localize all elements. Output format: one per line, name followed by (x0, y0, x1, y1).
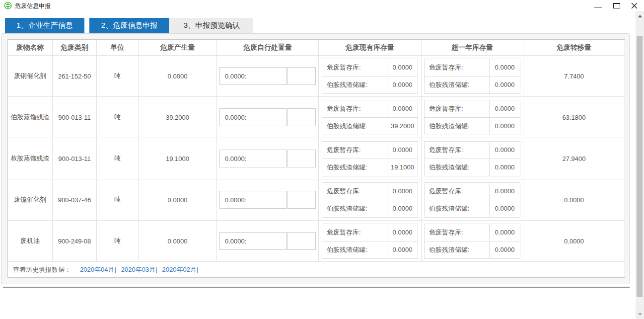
scrollbar-thumb[interactable] (637, 36, 643, 297)
scroll-up-icon (638, 15, 642, 17)
stock-value: 0.0000 (489, 77, 520, 93)
stock-label: 危废暂存库: (425, 59, 489, 76)
over-year-stock-temp-store: 危废暂存库: 0.0000 (424, 182, 520, 200)
column-header: 单位 (97, 40, 139, 55)
column-header: 危废现有库存量 (319, 40, 422, 55)
stock-label: 危废暂存库: (425, 142, 489, 159)
table-footer: 查看历史填报数据： 2020年04月|2020年03月|2020年02月| (8, 262, 625, 277)
current-stock-temp-store: 危废暂存库: 0.0000 (322, 182, 418, 200)
waste-category-code: 261-152-50 (58, 73, 91, 80)
column-header: 危废自行处置量 (217, 40, 319, 55)
over-year-stock-residue-tank: 伯胺残渣储罐: 0.0000 (424, 117, 520, 135)
history-link[interactable]: 2020年02月| (162, 266, 199, 273)
transferred-amount: 27.9400 (563, 155, 586, 162)
history-link[interactable]: 2020年04月| (80, 266, 116, 273)
column-header: 危废产生量 (139, 40, 217, 55)
self-disposal-value-label: 0.0000: (219, 191, 287, 209)
transferred-amount: 7.7400 (564, 73, 584, 80)
self-disposal-input[interactable] (287, 191, 316, 209)
self-disposal-input[interactable] (287, 232, 316, 250)
current-stock-cell: 危废暂存库: 0.0000 伯胺残渣储罐: 0.0000 (322, 59, 418, 94)
stock-value: 0.0000 (387, 200, 418, 217)
scroll-up-button[interactable] (636, 12, 644, 20)
history-link[interactable]: 2020年03月| (121, 266, 157, 273)
stock-label: 伯胺残渣储罐: (322, 118, 387, 135)
self-disposal-value-label: 0.0000: (219, 232, 287, 250)
waste-category-code: 900-249-08 (58, 238, 91, 245)
stock-value: 0.0000 (489, 59, 520, 76)
tab-hazardous-waste-declaration[interactable]: 2、危废信息申报 (89, 18, 169, 33)
maximize-icon (613, 3, 620, 8)
table-row: 叔胺蒸馏残渣 900-013-11 吨 19.1000 0.0000: 危废暂存… (8, 138, 625, 179)
history-label: 查看历史填报数据： (13, 265, 71, 274)
stock-value: 0.0000 (489, 183, 520, 200)
waste-category-code: 900-013-11 (58, 114, 91, 121)
tab-bar: 1、企业生产信息 2、危废信息申报 3、申报预览确认 (0, 18, 636, 33)
self-disposal-input[interactable] (287, 67, 316, 85)
stock-value: 0.0000 (387, 224, 418, 241)
over-year-stock-cell: 危废暂存库: 0.0000 伯胺残渣储罐: 0.0000 (424, 59, 520, 94)
over-year-stock-temp-store: 危废暂存库: 0.0000 (424, 141, 520, 159)
produced-amount: 0.0000 (168, 73, 188, 80)
stock-label: 危废暂存库: (425, 100, 489, 117)
maximize-button[interactable] (612, 1, 622, 10)
stock-value: 0.0000 (387, 142, 418, 159)
self-disposal-cell: 0.0000: (219, 150, 316, 167)
stock-value: 0.0000 (489, 241, 520, 258)
stock-label: 危废暂存库: (322, 183, 387, 200)
over-year-stock-residue-tank: 伯胺残渣储罐: 0.0000 (424, 76, 520, 94)
unit: 吨 (114, 154, 121, 163)
stock-label: 伯胺残渣储罐: (322, 159, 387, 176)
over-year-stock-cell: 危废暂存库: 0.0000 伯胺残渣储罐: 0.0000 (424, 224, 520, 259)
close-icon (631, 2, 638, 9)
scroll-down-button[interactable] (636, 310, 644, 318)
stock-label: 伯胺残渣储罐: (425, 200, 489, 217)
waste-name: 伯胺蒸馏残渣 (11, 113, 50, 122)
current-stock-residue-tank: 伯胺残渣储罐: 0.0000 (322, 200, 418, 218)
tab-enterprise-production-info[interactable]: 1、企业生产信息 (5, 18, 84, 33)
produced-amount: 0.0000 (168, 196, 188, 204)
self-disposal-input[interactable] (287, 108, 316, 126)
stock-value: 0.0000 (489, 142, 520, 159)
produced-amount: 19.1000 (166, 155, 189, 162)
stock-value: 0.0000 (387, 77, 418, 93)
stock-value: 0.0000 (489, 118, 520, 135)
table-row: 废铜催化剂 261-152-50 吨 0.0000 0.0000: 危废暂存库:… (8, 56, 625, 97)
unit: 吨 (114, 72, 121, 80)
green-browser-icon (4, 1, 12, 9)
unit: 吨 (114, 237, 121, 245)
stock-label: 伯胺残渣储罐: (322, 200, 387, 217)
over-year-stock-cell: 危废暂存库: 0.0000 伯胺残渣储罐: 0.0000 (424, 182, 520, 218)
column-header: 超一年库存量 (422, 40, 523, 55)
minimize-button[interactable] (593, 1, 603, 10)
transferred-amount: 0.0000 (564, 196, 584, 204)
scroll-down-icon (638, 313, 642, 316)
self-disposal-input[interactable] (287, 150, 316, 167)
tab-declaration-preview-confirm[interactable]: 3、申报预览确认 (170, 18, 253, 33)
current-stock-temp-store: 危废暂存库: 0.0000 (322, 59, 418, 77)
over-year-stock-temp-store: 危废暂存库: 0.0000 (424, 100, 520, 118)
stock-value: 39.2000 (387, 118, 418, 135)
over-year-stock-cell: 危废暂存库: 0.0000 伯胺残渣储罐: 0.0000 (424, 141, 520, 176)
current-stock-cell: 危废暂存库: 0.0000 伯胺残渣储罐: 0.0000 (322, 182, 418, 218)
vertical-scrollbar[interactable] (636, 11, 644, 319)
history-links: 2020年04月|2020年03月|2020年02月| (75, 265, 198, 274)
over-year-stock-residue-tank: 伯胺残渣储罐: 0.0000 (424, 159, 520, 176)
current-stock-temp-store: 危废暂存库: 0.0000 (322, 141, 418, 159)
self-disposal-cell: 0.0000: (219, 232, 316, 250)
close-button[interactable] (629, 1, 639, 10)
minimize-icon (594, 7, 602, 7)
unit: 吨 (114, 195, 121, 204)
stock-label: 伯胺残渣储罐: (322, 77, 387, 93)
stock-value: 0.0000 (387, 183, 418, 200)
stock-label: 危废暂存库: (322, 100, 387, 117)
over-year-stock-residue-tank: 伯胺残渣储罐: 0.0000 (424, 200, 520, 218)
transferred-amount: 0.0000 (564, 238, 584, 245)
table-row: 伯胺蒸馏残渣 900-013-11 吨 39.2000 0.0000: 危废暂存… (8, 97, 625, 138)
stock-label: 危废暂存库: (322, 59, 387, 76)
window-titlebar: 危废信息申报 (0, 0, 644, 11)
waste-category-code: 900-013-11 (58, 155, 91, 162)
table-body: 废铜催化剂 261-152-50 吨 0.0000 0.0000: 危废暂存库:… (8, 56, 625, 262)
table-row: 废镍催化剂 900-037-46 吨 0.0000 0.0000: 危废暂存库:… (8, 179, 625, 221)
stock-value: 0.0000 (387, 100, 418, 117)
